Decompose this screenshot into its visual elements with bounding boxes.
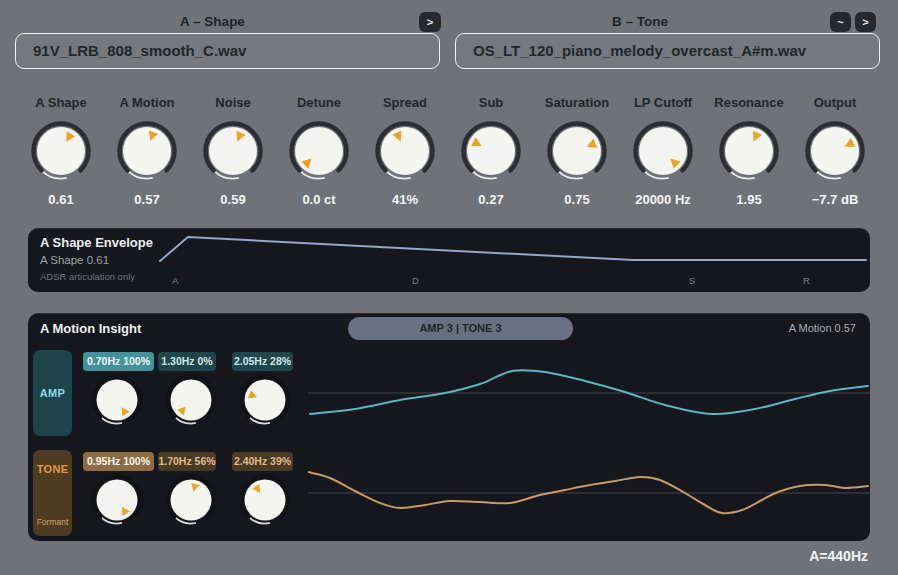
slot-b-file-field[interactable]: OS_LT_120_piano_melody_overcast_A#m.wav (455, 33, 880, 69)
knob-dial-graphic (202, 120, 264, 182)
knob-dial-graphic (116, 120, 178, 182)
knob-dial-graphic (238, 473, 292, 527)
motion-knob-tone-3[interactable] (238, 473, 292, 527)
motion-badge-tone-1[interactable]: 0.95Hz 100% (83, 452, 154, 471)
motion-waveform-tone (308, 450, 870, 540)
knob-spread[interactable] (374, 120, 436, 186)
motion-badge-tone-2[interactable]: 1.70Hz 56% (158, 452, 216, 471)
tuning-label: A=440Hz (809, 548, 868, 564)
motion-tab-amp[interactable]: AMP (33, 350, 72, 436)
knob-group-noise: Noise 0.59 (190, 94, 276, 207)
slot-b-tilde-button[interactable]: ~ (830, 12, 851, 32)
knob-value-lp-cutoff: 20000 Hz (620, 192, 706, 207)
knob-group-a-shape: A Shape 0.61 (18, 94, 104, 207)
knob-label-output: Output (792, 94, 878, 112)
motion-insight-panel: A Motion Insight AMP 3 | TONE 3 A Motion… (28, 313, 870, 541)
motion-tab-tone[interactable]: TONEFormant (33, 450, 72, 536)
knob-label-spread: Spread (362, 94, 448, 112)
amp-tone-count-pill-button[interactable]: AMP 3 | TONE 3 (348, 317, 573, 340)
knob-value-detune: 0.0 ct (276, 192, 362, 207)
knob-dial-graphic (288, 120, 350, 182)
slot-a-next-sample-button[interactable]: > (419, 12, 441, 32)
knob-value-saturation: 0.75 (534, 192, 620, 207)
knob-label-a-shape: A Shape (18, 94, 104, 112)
motion-knob-tone-1[interactable] (90, 473, 144, 527)
motion-badge-tone-3[interactable]: 2.40Hz 39% (232, 452, 293, 471)
knob-sub[interactable] (460, 120, 522, 186)
envelope-stage-d: D (412, 275, 419, 286)
motion-insight-title: A Motion Insight (40, 321, 141, 336)
knob-a-motion[interactable] (116, 120, 178, 186)
slot-a-title: A – Shape (15, 13, 410, 31)
envelope-stage-s: S (689, 275, 695, 286)
motion-badge-amp-1[interactable]: 0.70Hz 100% (83, 352, 154, 371)
motion-tab-sublabel-tone: Formant (37, 517, 69, 527)
knob-value-spread: 41% (362, 192, 448, 207)
knob-group-resonance: Resonance 1.95 (706, 94, 792, 207)
knob-label-saturation: Saturation (534, 94, 620, 112)
motion-badge-amp-2[interactable]: 1.30Hz 0% (158, 352, 216, 371)
knob-group-sub: Sub 0.27 (448, 94, 534, 207)
knob-group-detune: Detune 0.0 ct (276, 94, 362, 207)
slot-b-title: B – Tone (455, 13, 825, 31)
knob-dial-graphic (90, 473, 144, 527)
knob-value-output: −7.7 dB (792, 192, 878, 207)
knob-label-a-motion: A Motion (104, 94, 190, 112)
motion-knob-amp-1[interactable] (90, 373, 144, 427)
knob-group-spread: Spread 41% (362, 94, 448, 207)
knob-label-detune: Detune (276, 94, 362, 112)
knob-group-saturation: Saturation 0.75 (534, 94, 620, 207)
knob-dial-graphic (374, 120, 436, 182)
knob-dial-graphic (460, 120, 522, 182)
knob-detune[interactable] (288, 120, 350, 186)
knob-dial-graphic (804, 120, 866, 182)
knob-dial-graphic (718, 120, 780, 182)
motion-tab-label-amp: AMP (40, 387, 65, 399)
knob-label-sub: Sub (448, 94, 534, 112)
envelope-stage-a: A (172, 275, 179, 286)
knob-value-noise: 0.59 (190, 192, 276, 207)
motion-waveform-amp (308, 350, 870, 440)
motion-tab-label-tone: TONE (37, 463, 69, 475)
motion-badge-amp-3[interactable]: 2.05Hz 28% (232, 352, 293, 371)
knob-dial-graphic (30, 120, 92, 182)
envelope-stage-r: R (803, 275, 810, 286)
knob-value-sub: 0.27 (448, 192, 534, 207)
knob-label-lp-cutoff: LP Cutoff (620, 94, 706, 112)
knob-value-resonance: 1.95 (706, 192, 792, 207)
knob-lp-cutoff[interactable] (632, 120, 694, 186)
adsr-envelope-graph: ADSR (28, 228, 870, 292)
synth-app-window: A – Shape > 91V_LRB_808_smooth_C.wav B –… (0, 0, 898, 575)
knob-dial-graphic (164, 373, 218, 427)
knob-resonance[interactable] (718, 120, 780, 186)
motion-knob-amp-3[interactable] (238, 373, 292, 427)
knob-noise[interactable] (202, 120, 264, 186)
slot-a-filename: 91V_LRB_808_smooth_C.wav (16, 34, 439, 67)
knob-a-shape[interactable] (30, 120, 92, 186)
knob-saturation[interactable] (546, 120, 608, 186)
knob-group-output: Output −7.7 dB (792, 94, 878, 207)
knob-value-a-shape: 0.61 (18, 192, 104, 207)
knob-group-lp-cutoff: LP Cutoff 20000 Hz (620, 94, 706, 207)
motion-knob-amp-2[interactable] (164, 373, 218, 427)
knob-dial-graphic (90, 373, 144, 427)
slot-a-file-field[interactable]: 91V_LRB_808_smooth_C.wav (15, 33, 440, 69)
slot-b-filename: OS_LT_120_piano_melody_overcast_A#m.wav (456, 34, 879, 67)
a-motion-value-label: A Motion 0.57 (789, 322, 856, 334)
motion-knob-tone-2[interactable] (164, 473, 218, 527)
knob-label-noise: Noise (190, 94, 276, 112)
knob-dial-graphic (546, 120, 608, 182)
knob-output[interactable] (804, 120, 866, 186)
knob-value-a-motion: 0.57 (104, 192, 190, 207)
shape-envelope-panel: A Shape Envelope A Shape 0.61 ADSR artic… (28, 228, 870, 292)
knob-dial-graphic (632, 120, 694, 182)
knob-label-resonance: Resonance (706, 94, 792, 112)
knob-dial-graphic (164, 473, 218, 527)
knob-group-a-motion: A Motion 0.57 (104, 94, 190, 207)
knob-dial-graphic (238, 373, 292, 427)
slot-b-next-sample-button[interactable]: > (855, 12, 876, 32)
